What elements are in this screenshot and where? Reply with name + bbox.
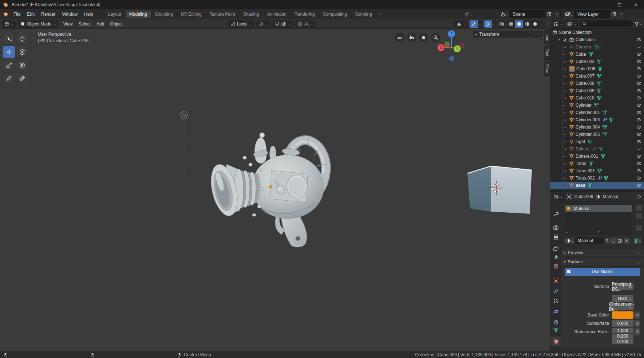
pivot-point-selector[interactable]: ⌄	[256, 20, 270, 28]
outliner-row-cylinder-004[interactable]: ▸Cylinder.004	[550, 123, 644, 131]
new-scene-button[interactable]	[545, 11, 553, 18]
distribution-dropdown[interactable]: GGX⌄	[612, 295, 633, 302]
subsurface-radius-keyframe-button[interactable]	[634, 328, 640, 335]
outliner-item-label[interactable]: Cube.008	[576, 81, 594, 86]
eye-open-icon[interactable]	[636, 161, 641, 166]
gizmo-axis-z[interactable]: Z	[448, 31, 455, 38]
outliner-row-aaaa[interactable]: ▸aaaa	[550, 182, 644, 189]
maximize-button[interactable]: ▢	[611, 0, 628, 9]
outliner-row-sphere-001[interactable]: ▸Sphere.001	[550, 153, 644, 160]
surface-shader-button[interactable]: Principled BS..	[612, 283, 633, 290]
outliner-row-cube-008[interactable]: ▸Cube.008	[550, 80, 644, 87]
eye-closed-icon[interactable]	[636, 44, 641, 50]
scene-name[interactable]: Scene	[510, 11, 545, 18]
minimize-button[interactable]: ─	[595, 0, 611, 9]
add-workspace-button[interactable]: +	[376, 12, 384, 17]
outliner-row-cube-006[interactable]: ▸Cube.006	[550, 65, 644, 72]
base-color-swatch[interactable]	[612, 311, 633, 319]
menu-window[interactable]: Window	[59, 12, 81, 17]
outliner-row-cylinder-001[interactable]: ▸Cylinder.001	[550, 109, 644, 116]
scale-tool-button[interactable]	[3, 59, 15, 71]
eye-open-icon[interactable]	[636, 81, 641, 86]
close-button[interactable]: ✕	[628, 0, 644, 9]
xray-toggle[interactable]	[498, 20, 506, 28]
properties-tab-output[interactable]	[551, 232, 561, 242]
eye-open-icon[interactable]	[636, 52, 641, 57]
workspace-tab-animation[interactable]: Animation	[264, 11, 290, 18]
outliner-row-cube[interactable]: ▸Cube	[550, 51, 644, 58]
outliner-item-label[interactable]: Cylinder.005	[576, 132, 600, 137]
outliner-item-label[interactable]: Torus	[576, 161, 586, 166]
outliner-item-label[interactable]: Cube	[576, 52, 586, 57]
outliner-item-label[interactable]: Camera	[576, 44, 591, 50]
viewport-canvas[interactable]: Z X Y User Perspective	[0, 29, 550, 351]
outliner-filter-button[interactable]: ⌄	[634, 21, 642, 27]
shading-material-button[interactable]	[523, 20, 531, 28]
eye-open-icon[interactable]	[636, 37, 641, 42]
eye-closed-icon[interactable]	[636, 146, 641, 152]
gizmo-axis-neg-y[interactable]	[444, 42, 450, 47]
properties-tab-render[interactable]	[551, 223, 561, 232]
blender-menu-icon[interactable]	[0, 11, 9, 17]
shading-rendered-button[interactable]	[531, 20, 539, 28]
viewport-menu-object[interactable]: Object	[107, 21, 126, 27]
shading-solid-button[interactable]	[515, 20, 523, 28]
view-layer-selector[interactable]: ⌄ View Layer ✕	[564, 10, 625, 18]
orbit-grid-button[interactable]	[395, 33, 404, 42]
editor-type-button[interactable]: ⌄	[2, 20, 16, 28]
link-target-dropdown[interactable]: ⌄	[633, 237, 642, 244]
workspace-tab-compositing[interactable]: Compositing	[319, 11, 351, 18]
viewport-menu-select[interactable]: Select	[76, 21, 94, 27]
outliner-row-light[interactable]: ▸Light	[550, 138, 644, 145]
outliner-item-label[interactable]: Scene Collection	[559, 30, 592, 35]
properties-tab-tool[interactable]	[551, 209, 561, 219]
eye-open-icon[interactable]	[636, 95, 641, 101]
gizmo-axis-y[interactable]: Y	[454, 46, 461, 52]
delete-scene-button[interactable]: ✕	[553, 11, 560, 18]
properties-tab-object[interactable]	[551, 276, 561, 286]
outliner-item-label[interactable]: Cube.010	[576, 95, 594, 101]
new-material-button[interactable]	[617, 237, 624, 244]
pin-icon[interactable]	[637, 194, 642, 199]
subsurface-radius-x[interactable]: 1.000	[612, 328, 633, 333]
expand-icon[interactable]: ▾	[558, 38, 561, 42]
outliner-item-label[interactable]: Cube.006	[576, 66, 595, 71]
browse-material-button[interactable]: ⌄	[564, 237, 575, 244]
eye-open-icon[interactable]	[636, 74, 641, 79]
outliner-item-label[interactable]: Torus.002	[576, 176, 595, 181]
subsurface-value[interactable]: 0.000	[612, 320, 633, 327]
workspace-tab-layout[interactable]: Layout	[104, 11, 125, 18]
properties-editor-type-button[interactable]: ⌄	[552, 193, 565, 200]
subsurface-radius-y[interactable]: 0.200	[612, 334, 633, 339]
outliner-row-camera[interactable]: ▸Camera	[550, 43, 644, 51]
outliner-row-cylinder[interactable]: ▸Cylinder	[550, 102, 644, 109]
remove-slot-button[interactable]: −	[635, 212, 643, 220]
properties-tab-object-data[interactable]	[551, 325, 561, 335]
outliner-row-cube-003[interactable]: ▸Cube.003	[550, 58, 644, 65]
outliner-item-label[interactable]: Cylinder.001	[576, 110, 600, 115]
properties-tab-scene[interactable]	[551, 252, 561, 262]
workspace-tab-scripting[interactable]: Scripting	[351, 11, 376, 18]
snap-toggle[interactable]: ⌄	[272, 20, 293, 28]
rotate-tool-button[interactable]	[16, 46, 28, 58]
outliner-item-label[interactable]: aaaa	[576, 183, 585, 188]
move-tool-button[interactable]	[3, 46, 15, 58]
properties-tab-modifiers[interactable]	[551, 286, 561, 296]
annotate-tool-button[interactable]	[3, 72, 15, 84]
outliner-item-label[interactable]: Torus.001	[576, 168, 595, 173]
sidebar-tab-item[interactable]: Item	[544, 30, 550, 44]
menu-edit[interactable]: Edit	[24, 12, 38, 17]
gizmo-axis-x[interactable]: X	[438, 44, 445, 51]
properties-tab-physics[interactable]	[551, 307, 561, 316]
eye-open-icon[interactable]	[636, 183, 641, 188]
menu-file[interactable]: File	[10, 12, 24, 17]
outliner-row-cube-010[interactable]: ▸Cube.010	[550, 94, 644, 102]
unlink-material-button[interactable]: ✕	[624, 237, 630, 244]
pan-view-button[interactable]	[419, 33, 428, 42]
outliner-row-torus[interactable]: ▸Torus	[550, 160, 644, 167]
zoom-view-button[interactable]	[431, 33, 440, 42]
eye-open-icon[interactable]	[636, 88, 641, 93]
outliner-row-cylinder-003[interactable]: ▸Cylinder.003	[550, 116, 644, 123]
select-tool-button[interactable]	[3, 33, 15, 45]
properties-tab-world[interactable]	[551, 261, 561, 271]
